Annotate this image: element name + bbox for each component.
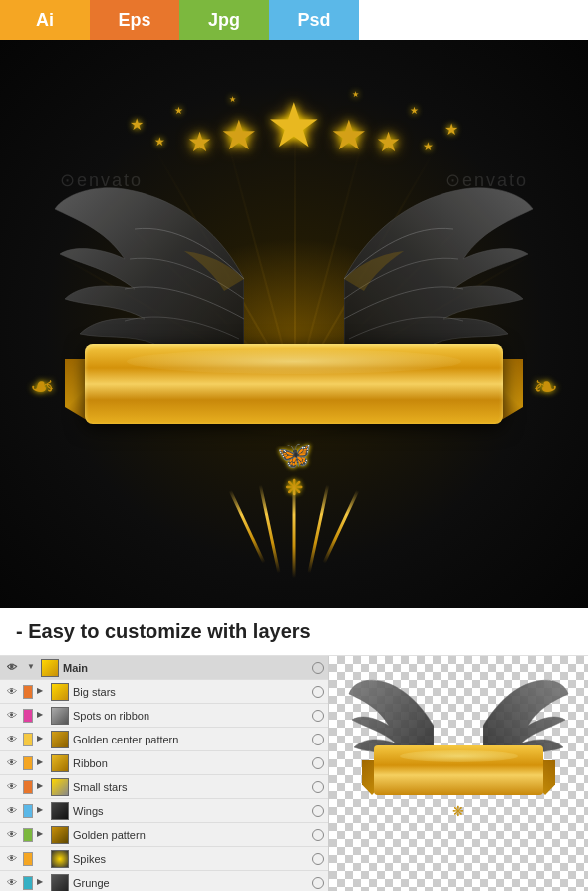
layer-thumb-ribbon [51, 754, 69, 772]
layers-section: 👁 ▼ Main 👁 ▶ Big stars 👁 ▶ Spots on ribb… [0, 656, 588, 891]
layer-label-spikes: Spikes [73, 853, 106, 865]
scatter-star-1: ★ [130, 115, 144, 134]
layer-row-big-stars[interactable]: 👁 ▶ Big stars [0, 680, 328, 704]
layer-row-wings[interactable]: 👁 ▶ Wings [0, 799, 328, 823]
color-swatch-pattern [23, 733, 33, 746]
layer-visibility-big-stars[interactable] [312, 686, 324, 698]
layer-thumb-golden [51, 826, 69, 844]
layer-visibility-main[interactable] [312, 662, 324, 674]
color-swatch-small-stars [23, 780, 33, 794]
spike-3 [293, 483, 296, 578]
layer-visibility-wings[interactable] [312, 805, 324, 817]
expand-wings[interactable]: ▶ [37, 805, 49, 817]
expand-small-stars[interactable]: ▶ [37, 781, 49, 793]
layer-thumb-pattern [51, 731, 69, 748]
eye-icon-grunge[interactable]: 👁 [4, 875, 20, 891]
expand-grunge[interactable]: ▶ [37, 877, 49, 889]
color-swatch-spots [23, 709, 33, 723]
expand-big-stars[interactable]: ▶ [37, 686, 49, 698]
layer-label-grunge: Grunge [73, 877, 110, 889]
scatter-star-3: ★ [174, 105, 183, 116]
scatter-star-6: ★ [410, 105, 419, 116]
layer-visibility-pattern[interactable] [312, 734, 324, 745]
star-left: ★ [220, 115, 258, 156]
star-right: ★ [330, 115, 368, 156]
layer-visibility-grunge[interactable] [312, 877, 324, 889]
customize-text: - Easy to customize with layers [16, 620, 311, 642]
layer-thumb-wings [51, 802, 69, 820]
expand-spots[interactable]: ▶ [37, 710, 49, 722]
scatter-star-8: ★ [352, 90, 359, 99]
layer-thumb-spots [51, 707, 69, 725]
scatter-star-2: ★ [154, 135, 165, 148]
eye-icon-wings[interactable]: 👁 [4, 803, 20, 819]
scatter-star-5: ★ [423, 140, 434, 153]
eye-icon-spots[interactable]: 👁 [4, 708, 20, 724]
layer-row-ribbon[interactable]: 👁 ▶ Ribbon [0, 751, 328, 775]
layer-main-header[interactable]: 👁 ▼ Main [0, 656, 328, 680]
layer-thumb-main [41, 659, 59, 677]
format-jpg[interactable]: Jpg [179, 0, 269, 40]
layer-label-big-stars: Big stars [73, 686, 116, 698]
eye-icon-pattern[interactable]: 👁 [4, 732, 20, 747]
star-far-right: ★ [376, 129, 401, 156]
eye-icon-big-stars[interactable]: 👁 [4, 684, 20, 700]
expand-pattern[interactable]: ▶ [37, 734, 49, 745]
color-swatch-big-stars [23, 685, 33, 699]
layer-row-grunge[interactable]: 👁 ▶ Grunge [0, 871, 328, 891]
format-psd[interactable]: Psd [269, 0, 359, 40]
eye-icon-golden[interactable]: 👁 [4, 827, 20, 843]
layer-thumb-spikes [51, 850, 69, 868]
swirl-left: ❧ [30, 369, 55, 404]
layer-label-small-stars: Small stars [73, 781, 127, 793]
layer-visibility-ribbon[interactable] [312, 757, 324, 769]
scatter-star-7: ★ [229, 95, 236, 104]
ornament-top: 🦋 [277, 439, 312, 471]
artwork-area: ⊙envato ⊙envato ★ ★ ★ ★ ★ ★ ★ ★ ★ ★ ★ ★ … [0, 40, 588, 608]
expand-ribbon[interactable]: ▶ [37, 757, 49, 769]
layer-label-ribbon: Ribbon [73, 757, 108, 769]
layers-panel: 👁 ▼ Main 👁 ▶ Big stars 👁 ▶ Spots on ribb… [0, 656, 329, 891]
color-swatch-ribbon [23, 756, 33, 770]
eye-icon-spikes[interactable]: 👁 [4, 851, 20, 867]
layer-visibility-spots[interactable] [312, 710, 324, 722]
expand-golden[interactable]: ▶ [37, 829, 49, 841]
layer-thumb-small-stars [51, 778, 69, 796]
preview-area: ❋ [329, 656, 588, 891]
layer-label-wings: Wings [73, 805, 104, 817]
color-swatch-grunge [23, 876, 33, 890]
layer-row-spikes[interactable]: 👁 Spikes [0, 847, 328, 871]
eye-icon[interactable]: 👁 [4, 660, 20, 676]
spikes [263, 483, 326, 578]
preview-ribbon-main [374, 745, 543, 795]
preview-image: ❋ [344, 666, 573, 885]
ribbon-sheen [127, 349, 461, 374]
layer-visibility-golden[interactable] [312, 829, 324, 841]
color-swatch-golden [23, 828, 33, 842]
layer-visibility-small-stars[interactable] [312, 781, 324, 793]
layer-row-pattern[interactable]: 👁 ▶ Golden center pattern [0, 728, 328, 751]
layer-thumb-grunge [51, 874, 69, 892]
ribbon [65, 334, 523, 453]
eye-icon-small-stars[interactable]: 👁 [4, 779, 20, 795]
scatter-star-4: ★ [444, 120, 458, 139]
color-swatch-spikes [23, 852, 33, 866]
layer-main-label: Main [63, 662, 88, 674]
eye-icon-ribbon[interactable]: 👁 [4, 755, 20, 771]
layer-label-golden: Golden pattern [73, 829, 146, 841]
swirl-right: ❧ [533, 369, 558, 404]
customize-section: - Easy to customize with layers [0, 608, 588, 656]
layer-label-pattern: Golden center pattern [73, 734, 178, 745]
layer-label-spots: Spots on ribbon [73, 710, 149, 722]
color-swatch-wings [23, 804, 33, 818]
layer-row-small-stars[interactable]: 👁 ▶ Small stars [0, 775, 328, 799]
layer-row-golden[interactable]: 👁 ▶ Golden pattern [0, 823, 328, 847]
stars-row: ★ ★ ★ ★ ★ [187, 95, 401, 156]
star-center: ★ [266, 95, 322, 156]
layer-visibility-spikes[interactable] [312, 853, 324, 865]
layer-thumb-big-stars [51, 683, 69, 701]
format-eps[interactable]: Eps [90, 0, 179, 40]
expand-arrow[interactable]: ▼ [27, 662, 39, 674]
format-ai[interactable]: Ai [0, 0, 90, 40]
layer-row-spots[interactable]: 👁 ▶ Spots on ribbon [0, 704, 328, 728]
